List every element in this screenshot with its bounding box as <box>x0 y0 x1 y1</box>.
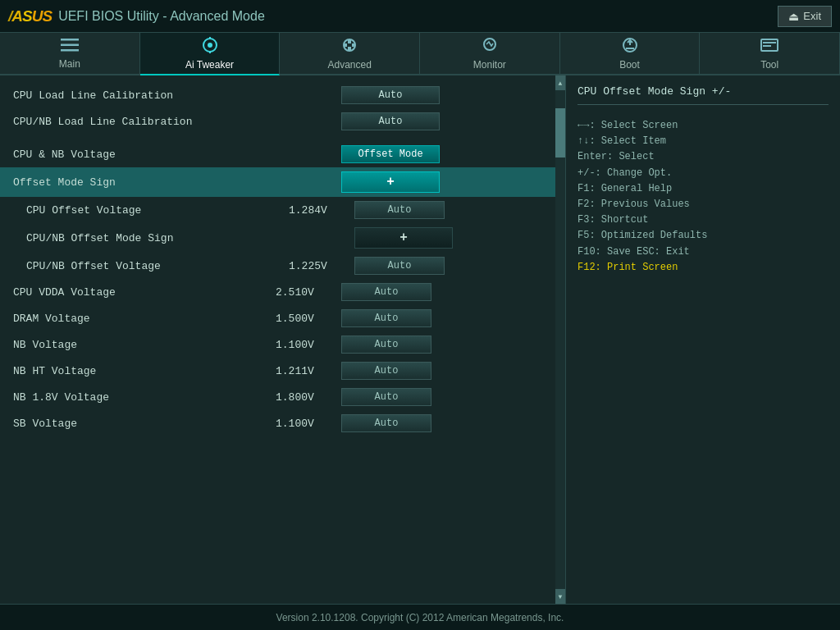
help-f10: F10: Save ESC: Exit <box>578 244 829 260</box>
help-select-screen: ←→: Select Screen <box>578 118 829 134</box>
info-title: CPU Offset Mode Sign +/- <box>578 85 829 105</box>
dram-voltage-btn[interactable]: Auto <box>341 309 431 327</box>
svg-rect-11 <box>352 43 355 47</box>
tab-advanced[interactable]: Advanced <box>280 33 420 74</box>
row-cpu-offset-voltage[interactable]: CPU Offset Voltage 1.284V Auto <box>0 197 565 223</box>
nb-18-voltage-btn[interactable]: Auto <box>341 388 431 406</box>
cpu-load-line-btn[interactable]: Auto <box>341 86 440 104</box>
help-f12: F12: Print Screen <box>578 260 829 276</box>
footer: Version 2.10.1208. Copyright (C) 2012 Am… <box>0 604 840 630</box>
tab-tool[interactable]: Tool <box>700 33 840 74</box>
svg-rect-17 <box>763 45 771 47</box>
cpu-offset-voltage-btn[interactable]: Auto <box>354 201 445 219</box>
help-enter: Enter: Select <box>578 149 829 165</box>
scrollbar-track: ▲ ▼ <box>555 75 565 604</box>
row-nb-18-voltage[interactable]: NB 1.8V Voltage 1.800V Auto <box>0 384 565 410</box>
page-title: UEFI BIOS Utility - Advanced Mode <box>58 9 265 24</box>
scrollbar-down[interactable]: ▼ <box>555 589 565 604</box>
row-offset-mode-sign[interactable]: Offset Mode Sign + <box>0 167 565 197</box>
offset-mode-sign-btn[interactable]: + <box>341 171 440 193</box>
main-icon <box>61 38 79 57</box>
tab-ai-tweaker[interactable]: Ai Tweaker <box>140 33 281 75</box>
tool-icon <box>760 37 778 57</box>
cpu-vdda-voltage-btn[interactable]: Auto <box>341 283 431 301</box>
row-cpu-nb-voltage[interactable]: CPU & NB Voltage Offset Mode <box>0 141 565 167</box>
footer-text: Version 2.10.1208. Copyright (C) 2012 Am… <box>276 612 564 623</box>
svg-rect-2 <box>61 49 79 52</box>
exit-icon: ⏏ <box>788 10 799 23</box>
row-nb-ht-voltage[interactable]: NB HT Voltage 1.211V Auto <box>0 358 565 384</box>
sb-voltage-btn[interactable]: Auto <box>341 414 431 432</box>
svg-rect-10 <box>344 43 347 47</box>
advanced-icon <box>340 37 358 57</box>
svg-rect-9 <box>348 47 351 50</box>
help-f5: F5: Optimized Defaults <box>578 228 829 244</box>
separator-1 <box>0 135 565 141</box>
svg-rect-16 <box>763 42 776 43</box>
row-nb-voltage[interactable]: NB Voltage 1.100V Auto <box>0 331 565 358</box>
help-f1: F1: General Help <box>578 181 829 197</box>
cpu-nb-offset-voltage-btn[interactable]: Auto <box>354 257 445 275</box>
nb-ht-voltage-btn[interactable]: Auto <box>341 362 431 380</box>
tab-main[interactable]: Main <box>0 33 140 74</box>
scrollbar-up[interactable]: ▲ <box>555 75 565 90</box>
svg-rect-1 <box>61 43 79 46</box>
help-f2: F2: Previous Values <box>578 197 829 212</box>
logo-area: /ASUS UEFI BIOS Utility - Advanced Mode <box>8 7 265 25</box>
row-cpu-vdda-voltage[interactable]: CPU VDDA Voltage 2.510V Auto <box>0 279 565 305</box>
header: /ASUS UEFI BIOS Utility - Advanced Mode … <box>0 0 840 33</box>
cpu-nb-voltage-btn[interactable]: Offset Mode <box>341 145 440 163</box>
tab-monitor[interactable]: Monitor <box>420 33 560 74</box>
help-change-opt: +/-: Change Opt. <box>578 166 829 181</box>
row-cpu-nb-load-line[interactable]: CPU/NB Load Line Calibration Auto <box>0 108 565 135</box>
cpu-nb-offset-sign-btn[interactable]: + <box>354 227 453 249</box>
row-cpu-load-line[interactable]: CPU Load Line Calibration Auto <box>0 82 565 108</box>
ai-tweaker-icon <box>201 37 219 57</box>
settings-panel: CPU Load Line Calibration Auto CPU/NB Lo… <box>0 75 566 604</box>
nb-voltage-btn[interactable]: Auto <box>341 336 431 354</box>
svg-rect-0 <box>61 39 79 41</box>
row-cpu-nb-offset-sign[interactable]: CPU/NB Offset Mode Sign + <box>0 223 565 253</box>
svg-point-4 <box>208 43 212 48</box>
scrollbar-thumb[interactable] <box>555 108 565 158</box>
info-panel: CPU Offset Mode Sign +/- ←→: Select Scre… <box>566 75 840 604</box>
help-f3: F3: Shortcut <box>578 212 829 228</box>
svg-rect-8 <box>348 40 351 43</box>
main-content: CPU Load Line Calibration Auto CPU/NB Lo… <box>0 75 840 604</box>
tab-boot[interactable]: Boot <box>560 33 701 74</box>
nav-tabs: Main Ai Tweaker Advanced Monitor Boot To… <box>0 33 840 75</box>
asus-logo: /ASUS <box>8 7 52 25</box>
boot-icon <box>621 37 639 57</box>
cpu-nb-load-line-btn[interactable]: Auto <box>341 112 440 130</box>
row-dram-voltage[interactable]: DRAM Voltage 1.500V Auto <box>0 305 565 331</box>
row-sb-voltage[interactable]: SB Voltage 1.100V Auto <box>0 410 565 436</box>
monitor-icon <box>481 37 499 57</box>
exit-button[interactable]: ⏏ Exit <box>778 6 832 27</box>
row-cpu-nb-offset-voltage[interactable]: CPU/NB Offset Voltage 1.225V Auto <box>0 253 565 279</box>
help-select-item: ↑↓: Select Item <box>578 134 829 149</box>
help-text: ←→: Select Screen ↑↓: Select Item Enter:… <box>578 118 829 276</box>
